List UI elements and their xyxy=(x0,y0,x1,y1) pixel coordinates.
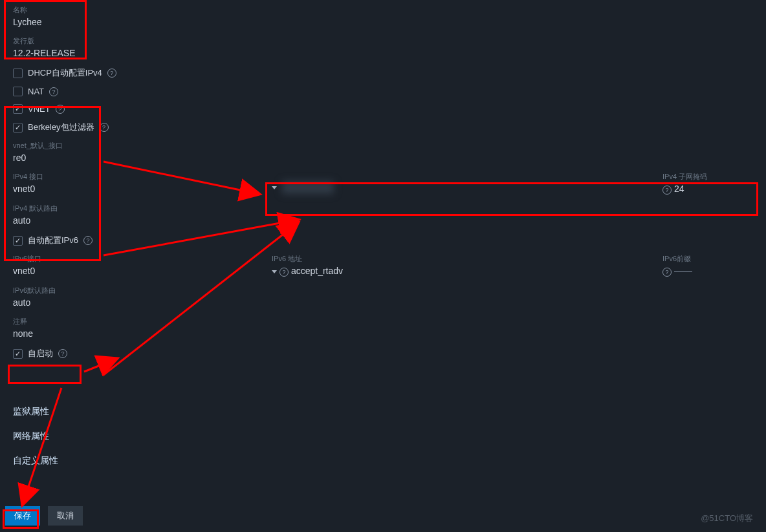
help-icon[interactable]: ? xyxy=(107,69,116,78)
dhcp-checkbox[interactable] xyxy=(13,69,23,78)
help-icon[interactable]: ? xyxy=(56,105,65,114)
vnet-def-iface-value[interactable]: re0 xyxy=(13,153,26,163)
bpf-checkbox[interactable] xyxy=(13,123,23,133)
ipv6-gw-label: IPv6默认路由 xyxy=(13,286,753,295)
release-label: 发行版 xyxy=(13,36,753,46)
bpf-label: Berkeley包过滤器 xyxy=(28,122,94,133)
nat-checkbox[interactable] xyxy=(13,87,23,96)
ipv4-iface-label: IPv4 接口 xyxy=(13,172,272,182)
help-icon[interactable]: ? xyxy=(279,268,289,277)
autostart-label: 自启动 xyxy=(28,348,53,359)
help-icon[interactable]: ? xyxy=(49,87,58,96)
help-icon[interactable]: ? xyxy=(83,236,93,245)
autov6-checkbox[interactable] xyxy=(13,236,23,246)
ipv4-gw-value[interactable]: auto xyxy=(13,215,30,226)
ipv4-mask-value[interactable]: 24 xyxy=(674,184,684,194)
help-icon[interactable]: ? xyxy=(662,268,672,277)
release-value[interactable]: 12.2-RELEASE xyxy=(13,48,76,58)
ipv4-gw-label: IPv4 默认路由 xyxy=(13,204,753,213)
vnet-row[interactable]: VNET ? xyxy=(13,104,753,114)
ipv6-addr-field[interactable]: IPv6 地址 ? accept_rtadv xyxy=(272,254,662,277)
help-icon[interactable]: ? xyxy=(58,349,67,358)
ipv6-prefix-field[interactable]: IPv6前缀 ? —— xyxy=(662,254,753,277)
ipv6-prefix-label: IPv6前缀 xyxy=(662,254,753,264)
vnet-def-iface-label: vnet_默认_接口 xyxy=(13,141,753,151)
section-jail[interactable]: 监狱属性 xyxy=(13,406,753,418)
ipv6-gw-field[interactable]: IPv6默认路由 auto xyxy=(13,286,753,308)
ipv6-addr-label: IPv6 地址 xyxy=(272,254,662,264)
cancel-button[interactable]: 取消 xyxy=(48,506,83,526)
name-label: 名称 xyxy=(13,5,753,15)
name-field: 名称 Lychee xyxy=(13,5,753,27)
vnet-label: VNET xyxy=(28,104,50,114)
vnet-checkbox[interactable] xyxy=(13,104,23,114)
bpf-row[interactable]: Berkeley包过滤器 ? xyxy=(13,122,753,133)
watermark: @51CTO博客 xyxy=(701,513,753,524)
save-button[interactable]: 保存 xyxy=(5,506,40,526)
ipv6-addr-value[interactable]: accept_rtadv xyxy=(291,266,343,276)
autostart-row[interactable]: 自启动 ? xyxy=(13,348,753,359)
ipv6-gw-value[interactable]: auto xyxy=(13,297,30,308)
ipv6-prefix-value[interactable]: —— xyxy=(674,266,692,276)
vnet-def-iface-field[interactable]: vnet_默认_接口 re0 xyxy=(13,141,753,163)
notes-field[interactable]: 注释 none xyxy=(13,317,753,339)
ipv4-gw-field[interactable]: IPv4 默认路由 auto xyxy=(13,204,753,226)
autostart-checkbox[interactable] xyxy=(13,349,23,359)
ipv6-iface-label: IPv6接口 xyxy=(13,254,272,264)
ipv4-iface-value[interactable]: vnet0 xyxy=(13,184,35,194)
nat-label: NAT xyxy=(28,87,44,96)
autov6-label: 自动配置IPv6 xyxy=(28,235,78,246)
ipv6-iface-field[interactable]: IPv6接口 vnet0 xyxy=(13,254,272,276)
help-icon[interactable]: ? xyxy=(100,123,109,132)
chevron-down-icon[interactable] xyxy=(272,270,277,273)
ipv4-iface-field[interactable]: IPv4 接口 vnet0 xyxy=(13,172,272,194)
ipv4-mask-label: IPv4 子网掩码 xyxy=(662,172,753,182)
ipv4-address-blurred[interactable] xyxy=(282,181,334,194)
ipv6-iface-value[interactable]: vnet0 xyxy=(13,266,35,276)
nat-row[interactable]: NAT ? xyxy=(13,87,753,96)
notes-value[interactable]: none xyxy=(13,328,33,339)
ipv4-mask-field[interactable]: IPv4 子网掩码 ? 24 xyxy=(662,172,753,195)
notes-label: 注释 xyxy=(13,317,753,326)
dhcp-row[interactable]: DHCP自动配置IPv4 ? xyxy=(13,67,753,79)
release-field: 发行版 12.2-RELEASE xyxy=(13,36,753,58)
autov6-row[interactable]: 自动配置IPv6 ? xyxy=(13,235,753,246)
section-net[interactable]: 网络属性 xyxy=(13,431,753,442)
dhcp-label: DHCP自动配置IPv4 xyxy=(28,67,102,79)
help-icon[interactable]: ? xyxy=(662,186,672,195)
section-custom[interactable]: 自定义属性 xyxy=(13,455,753,467)
name-value[interactable]: Lychee xyxy=(13,17,42,27)
chevron-down-icon[interactable] xyxy=(272,186,277,189)
footer: 保存 取消 xyxy=(0,500,766,532)
